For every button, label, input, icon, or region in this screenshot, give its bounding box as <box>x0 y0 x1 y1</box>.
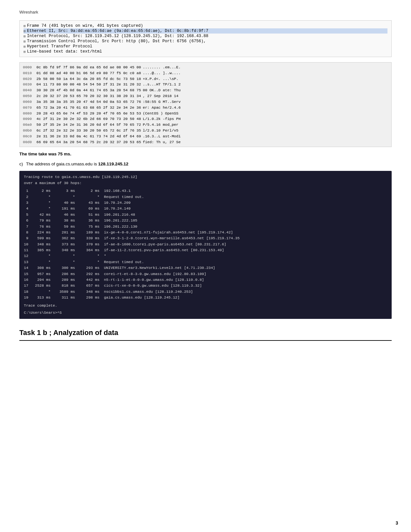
hex-offset: 0030 <box>23 82 36 87</box>
traceroute-row: 14 308 ms 300 ms 293 ms UNIVERSITY.ear3.… <box>24 265 387 271</box>
traceroute-row: 13 * * * Request timed out. <box>24 259 387 265</box>
packet-item-text: Internet Protocol, Src: 128.119.245.12 (… <box>27 34 209 38</box>
packet-tree-item-tcp[interactable]: ⊞Transmission Control Protocol, Src Port… <box>24 39 387 44</box>
expand-icon: ⊞ <box>24 34 26 38</box>
packet-item-text: Frame 74 (491 bytes on wire, 491 bytes c… <box>27 24 143 28</box>
hex-bytes: 01 dd 08 ad 40 00 b1 06 5d e9 80 77 f5 0… <box>36 70 143 76</box>
hex-offset: 0090 <box>23 116 36 122</box>
traceroute-row: 19 313 ms 311 ms 298 ms gaia.cs.umass.ed… <box>24 295 387 300</box>
hex-ascii: ........ .em...E. <box>143 64 181 70</box>
expand-icon: ⊞ <box>24 39 26 44</box>
address-value: 128.119.245.12 <box>98 162 128 166</box>
traceroute-footer1: Trace complete. <box>24 303 387 309</box>
packet-item-text: Transmission Control Protocol, Src Port:… <box>27 39 206 44</box>
hex-offset: 00c0 <box>23 133 36 139</box>
packet-item-text: Line-based text data: text/html <box>27 49 102 54</box>
hex-row: 0090 4c 2f 31 2e 30 2e 32 6b 2d 66 69 70… <box>23 116 388 122</box>
packet-item-text: Hypertext Transfer Protocol <box>27 44 93 49</box>
hex-row: 0010 01 dd 08 ad 40 00 b1 06 5d e9 80 77… <box>23 70 388 76</box>
hex-dump-panel: 0000 0c 8b fd 9f 7f 86 9a dd ea 65 6d ae… <box>19 62 392 147</box>
hex-ascii: P/5.4.16 mod_per <box>143 122 178 128</box>
hex-bytes: 30 30 20 4f 4b 0d 0a 44 61 74 65 3a 20 5… <box>36 87 143 93</box>
hex-bytes: 04 11 73 80 00 00 48 54 54 50 2f 31 2e 3… <box>36 82 143 87</box>
hex-bytes: 3a 35 38 3a 35 35 20 47 4d 54 0d 0a 53 6… <box>36 99 143 105</box>
page: Wireshark ⊞Frame 74 (491 bytes on wire, … <box>0 0 411 532</box>
traceroute-header2: over a maximum of 30 hops: <box>24 180 387 186</box>
hex-bytes: 66 69 65 64 3a 20 54 68 75 2c 20 32 37 2… <box>36 139 143 145</box>
section-title: Task 1 b ; Analyzation of data <box>19 329 392 337</box>
hex-ascii: ..s...HT TP/1.1 2 <box>143 82 181 87</box>
hex-row: 0080 20 28 43 65 6e 74 4f 53 29 20 4f 70… <box>23 111 388 116</box>
hex-offset: 0040 <box>23 87 36 93</box>
traceroute-row: 15 957 ms 286 ms 292 ms core1-rt-et-8-3-… <box>24 271 387 277</box>
address-part-label: c) <box>19 162 23 166</box>
hex-ascii: +X.P.d<. ...\sP. <box>143 76 178 82</box>
hex-ascii: :58:55 G MT..Serv <box>143 99 181 105</box>
hex-row: 0070 65 72 3a 20 41 70 61 63 68 65 2f 32… <box>23 105 388 111</box>
traceroute-row: 9 599 ms 362 ms 339 ms if-xe-3-1-2-0.tco… <box>24 235 387 241</box>
packet-tree-item-http[interactable]: ⊞Hypertext Transfer Protocol <box>24 44 387 49</box>
hex-offset: 0080 <box>23 111 36 116</box>
hex-offset: 0020 <box>23 76 36 82</box>
hex-bytes: 0c 8b fd 9f 7f 86 9a dd ea 65 6d ae 08 0… <box>36 64 143 70</box>
time-note: The time take was 75 ms. <box>19 152 392 156</box>
hex-bytes: 2c 20 32 37 20 53 65 70 20 32 30 31 38 2… <box>36 93 143 99</box>
page-number: 3 <box>396 520 398 526</box>
hex-offset: 0060 <box>23 99 36 105</box>
hex-offset: 00d0 <box>23 139 36 145</box>
hex-row: 00d0 66 69 65 64 3a 20 54 68 75 2c 20 32… <box>23 139 388 145</box>
wireshark-packet-tree: ⊞Frame 74 (491 bytes on wire, 491 bytes … <box>19 20 392 57</box>
hex-offset: 0070 <box>23 105 36 111</box>
hex-offset: 0010 <box>23 70 36 76</box>
hex-ascii: L/1.0.2k -fips PH <box>143 116 181 122</box>
hex-row: 0020 2b 58 00 50 1a 64 3c da 20 85 fd dc… <box>23 76 388 82</box>
packet-tree-item-ethernet[interactable]: ⊞Ethernet II, Src: 9a:dd:ea:65:6d:ae (9a… <box>24 28 387 34</box>
hex-row: 00b0 6c 2f 32 2e 32 2e 33 30 20 50 65 72… <box>23 128 388 133</box>
hex-offset: 0050 <box>23 93 36 99</box>
traceroute-row: 18 * 3589 ms 348 ms nscs1bbs1.cs.umass.e… <box>24 289 387 295</box>
hex-ascii: ....@... ]..w.... <box>143 70 181 76</box>
hex-ascii: , 27 Sep 2018 14 <box>143 93 178 99</box>
hex-ascii: (CentOS ) OpenSS <box>143 111 178 116</box>
hex-bytes: 2b 58 00 50 1a 64 3c da 20 85 fd dc 5c 7… <box>36 76 143 82</box>
traceroute-row: 6 79 ms 38 ms 36 ms 196.201.222.105 <box>24 218 387 223</box>
hex-bytes: 50 2f 35 2e 34 2e 31 36 20 6d 6f 64 5f 7… <box>36 122 143 128</box>
hex-row: 0000 0c 8b fd 9f 7f 86 9a dd ea 65 6d ae… <box>23 64 388 70</box>
app-title: Wireshark <box>19 10 392 15</box>
packet-tree-item-linedata[interactable]: ⊞Line-based text data: text/html <box>24 49 387 54</box>
hex-bytes: 4c 2f 31 2e 30 2e 32 6b 2d 66 69 70 73 2… <box>36 116 143 122</box>
address-note: c) The address of gaia.cs.umass.edu is 1… <box>19 162 392 166</box>
address-label-text: The address of gaia.cs.umass.edu is <box>26 162 98 166</box>
traceroute-terminal: Tracing route to gaia.cs.umass.edu [128.… <box>19 171 392 319</box>
hex-row: 00c0 2e 31 36 2e 33 0d 0a 4c 61 73 74 2d… <box>23 133 388 139</box>
traceroute-row: 8 224 ms 201 ms 189 ms ix-ge-4-0-0.core1… <box>24 230 387 235</box>
expand-icon: ⊞ <box>24 24 26 28</box>
hex-ascii: er: Apac he/2.4.6 <box>143 105 181 111</box>
hex-offset: 00b0 <box>23 128 36 133</box>
hex-ascii: .16.3..L ast-Modi <box>143 133 181 139</box>
hex-bytes: 2e 31 36 2e 33 0d 0a 4c 61 73 74 2d 4d 6… <box>36 133 143 139</box>
traceroute-row: 16 294 ms 289 ms 442 ms n5-rt-1-1-et-0-0… <box>24 277 387 283</box>
traceroute-row: 17 2528 ms 818 ms 657 ms cics-rt-xe-0-0-… <box>24 283 387 289</box>
hex-offset: 00a0 <box>23 122 36 128</box>
traceroute-row: 7 76 ms 59 ms 75 ms 196.201.222.130 <box>24 224 387 230</box>
hex-bytes: 65 72 3a 20 41 70 61 63 68 65 2f 32 2e 3… <box>36 105 143 111</box>
packet-tree-item-ip[interactable]: ⊞Internet Protocol, Src: 128.119.245.12 … <box>24 34 387 39</box>
traceroute-row: 4 * 191 ms 69 ms 10.70.24.149 <box>24 206 387 212</box>
packet-tree-item-frame[interactable]: ⊞Frame 74 (491 bytes on wire, 491 bytes … <box>24 23 387 28</box>
traceroute-row: 12 * * * * <box>24 253 387 259</box>
section-divider <box>19 340 392 341</box>
hex-ascii: fied: Th u, 27 Se <box>143 139 181 145</box>
packet-item-text: Ethernet II, Src: 9a:dd:ea:65:6d:ae (9a:… <box>27 29 209 33</box>
hex-bytes: 20 28 43 65 6e 74 4f 53 29 20 4f 70 65 6… <box>36 111 143 116</box>
hex-offset: 0000 <box>23 64 36 70</box>
traceroute-footer2: C:\Users\Sears>^S <box>24 310 387 316</box>
traceroute-header1: Tracing route to gaia.cs.umass.edu [128.… <box>24 174 387 180</box>
expand-icon: ⊞ <box>24 50 26 54</box>
traceroute-row: 2 * * * Request timed out. <box>24 194 387 200</box>
hex-row: 0060 3a 35 38 3a 35 35 20 47 4d 54 0d 0a… <box>23 99 388 105</box>
traceroute-row: 10 348 ms 373 ms 370 ms if-ae-8-1600.tco… <box>24 241 387 247</box>
expand-icon: ⊞ <box>24 44 26 49</box>
traceroute-row: 5 42 ms 46 ms 51 ms 196.201.216.48 <box>24 212 387 218</box>
hex-ascii: l/2.0.10 Perl/v5 <box>143 128 178 133</box>
